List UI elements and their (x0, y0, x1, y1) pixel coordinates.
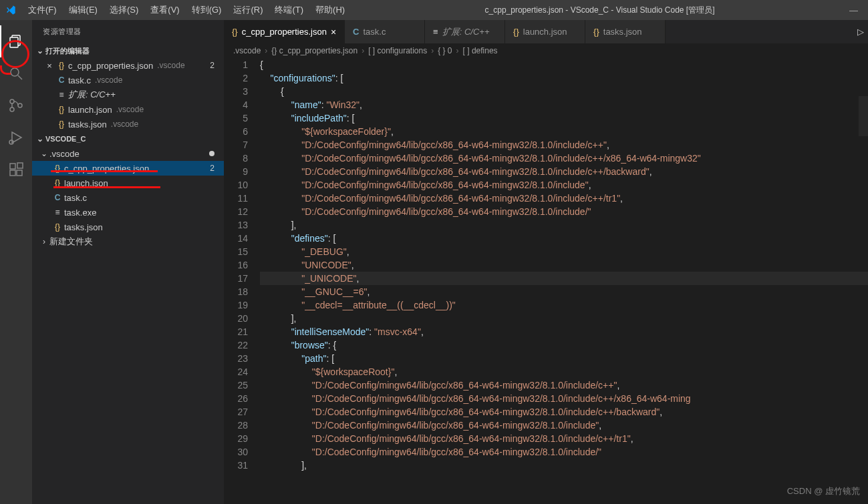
file-icon: {} (51, 164, 64, 173)
breadcrumb-item[interactable]: { } 0 (438, 46, 452, 55)
breadcrumb[interactable]: .vscode›{} c_cpp_properties.json›[ ] con… (224, 43, 868, 58)
file-icon: C (353, 27, 359, 37)
menu-item[interactable]: 选择(S) (104, 1, 144, 19)
workspace-label: VSCODE_C (45, 135, 86, 143)
modified-dot-icon (209, 151, 214, 156)
file-name: tasks.json (64, 222, 103, 232)
file-icon: C (51, 193, 64, 202)
window-controls: — (849, 5, 863, 15)
open-editors-header[interactable]: ⌄ 打开的编辑器 (32, 43, 224, 58)
tab-label: c_cpp_properties.json (242, 27, 327, 37)
file-icon: C (55, 75, 68, 85)
file-name: launch.json (64, 178, 108, 188)
close-icon[interactable]: × (44, 61, 55, 71)
file-name: task.c (64, 193, 87, 203)
file-item[interactable]: {}tasks.json (32, 220, 224, 234)
workspace-header[interactable]: ⌄ VSCODE_C (32, 132, 224, 146)
file-name: c_cpp_properties.json (64, 164, 149, 174)
open-editor-item[interactable]: {}launch.json.vscode (32, 102, 224, 117)
tab-label: tasks.json (603, 27, 642, 37)
code-editor[interactable]: 1234567891011121314151617181920212223242… (224, 58, 868, 504)
svg-point-4 (10, 99, 14, 103)
breadcrumb-item[interactable]: {} c_cpp_properties.json (271, 46, 357, 55)
tab-label: 扩展: C/C++ (442, 26, 490, 38)
folder-item[interactable]: ›新建文件夹 (32, 234, 224, 249)
run-debug-activity-icon[interactable] (0, 121, 32, 154)
file-icon: {} (51, 178, 64, 188)
open-editor-item[interactable]: ≡扩展: C/C++ (32, 87, 224, 102)
file-item[interactable]: {}c_cpp_properties.json2 (32, 161, 224, 176)
menu-item[interactable]: 编辑(E) (63, 1, 103, 19)
breadcrumb-item[interactable]: [ ] defines (463, 46, 498, 55)
chevron-right-icon: › (39, 237, 49, 246)
file-icon: {} (51, 222, 64, 232)
editor-area: {}c_cpp_properties.json×Ctask.c≡扩展: C/C+… (224, 20, 868, 504)
open-editors-label: 打开的编辑器 (45, 46, 90, 56)
folder-name: 新建文件夹 (49, 236, 93, 248)
source-control-activity-icon[interactable] (0, 89, 32, 121)
open-editor-item[interactable]: Ctask.c.vscode (32, 73, 224, 87)
titlebar: 文件(F)编辑(E)选择(S)查看(V)转到(G)运行(R)终端(T)帮助(H)… (0, 0, 868, 20)
extensions-activity-icon[interactable] (0, 154, 32, 186)
open-editor-item[interactable]: {}tasks.json.vscode (32, 117, 224, 132)
line-gutter: 1234567891011121314151617181920212223242… (224, 58, 260, 504)
menu-item[interactable]: 查看(V) (145, 1, 184, 19)
file-icon: {} (232, 27, 238, 37)
editor-tab[interactable]: {}c_cpp_properties.json× (224, 20, 345, 43)
breadcrumb-separator-icon: › (265, 46, 267, 55)
menu-item[interactable]: 终端(T) (269, 1, 309, 19)
file-item[interactable]: ≡task.exe (32, 205, 224, 220)
editor-tab[interactable]: {}tasks.json (585, 20, 666, 43)
menu-item[interactable]: 转到(G) (186, 1, 227, 19)
file-name: c_cpp_properties.json (68, 61, 153, 71)
editor-tab[interactable]: Ctask.c (345, 20, 425, 43)
tab-label: task.c (363, 27, 386, 37)
breadcrumb-item[interactable]: [ ] configurations (368, 46, 427, 55)
file-icon: {} (55, 61, 68, 70)
menu-item[interactable]: 运行(R) (228, 1, 268, 19)
search-activity-icon[interactable] (0, 57, 32, 89)
tab-overflow-icon[interactable]: ▷ (853, 20, 868, 43)
file-name: task.c (68, 75, 91, 85)
file-icon: {} (513, 27, 519, 37)
menu-item[interactable]: 帮助(H) (310, 1, 350, 19)
tab-label: launch.json (523, 27, 567, 37)
problem-badge: 2 (210, 164, 214, 173)
activity-bar (0, 20, 32, 504)
file-path: .vscode (157, 61, 184, 70)
editor-tab[interactable]: {}launch.json (505, 20, 585, 43)
close-icon[interactable]: × (331, 27, 336, 37)
file-name: launch.json (68, 105, 112, 115)
window-title: c_cpp_properties.json - VScode_C - Visua… (350, 5, 849, 16)
breadcrumb-item[interactable]: .vscode (233, 46, 261, 55)
open-editor-item[interactable]: ×{}c_cpp_properties.json.vscode2 (32, 58, 224, 73)
chevron-down-icon: ⌄ (39, 149, 49, 158)
vscode-logo-icon (5, 5, 16, 15)
folder-item[interactable]: ⌄.vscode (32, 146, 224, 161)
file-icon: ≡ (51, 208, 64, 217)
svg-rect-12 (17, 163, 23, 168)
svg-point-5 (10, 107, 14, 111)
sidebar-explorer: 资源管理器 ⌄ 打开的编辑器 ×{}c_cpp_properties.json.… (32, 20, 224, 504)
problem-badge: 2 (210, 61, 214, 70)
menu-item[interactable]: 文件(F) (23, 1, 62, 19)
code-content[interactable]: { "configurations": [ { "name": "Win32",… (260, 58, 868, 504)
file-name: task.exe (64, 208, 96, 218)
svg-rect-9 (10, 164, 15, 169)
file-item[interactable]: Ctask.c (32, 190, 224, 205)
minimize-button[interactable]: — (849, 5, 856, 15)
svg-rect-11 (17, 170, 22, 176)
file-item[interactable]: {}launch.json (32, 176, 224, 190)
svg-point-6 (18, 103, 22, 107)
file-path: .vscode (95, 75, 122, 85)
explorer-activity-icon[interactable] (0, 25, 32, 57)
file-icon: ≡ (55, 90, 68, 99)
editor-tab[interactable]: ≡扩展: C/C++ (425, 20, 505, 43)
svg-line-3 (18, 75, 22, 79)
file-icon: ≡ (433, 27, 438, 37)
folder-name: .vscode (49, 149, 80, 159)
chevron-down-icon: ⌄ (35, 134, 45, 144)
minimap[interactable] (859, 96, 868, 136)
chevron-down-icon: ⌄ (35, 46, 45, 55)
editor-tabs: {}c_cpp_properties.json×Ctask.c≡扩展: C/C+… (224, 20, 868, 43)
